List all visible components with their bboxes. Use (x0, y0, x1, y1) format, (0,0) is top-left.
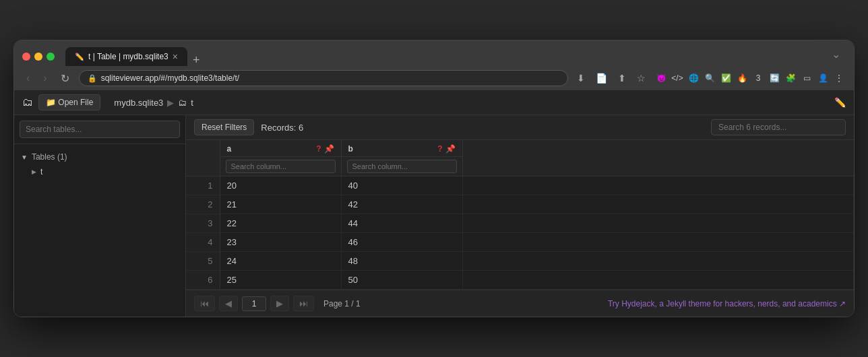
next-page-button[interactable]: ▶ (270, 296, 289, 311)
reset-filters-button[interactable]: Reset Filters (194, 119, 254, 135)
bookmark-icon[interactable]: ☆ (633, 71, 649, 86)
ext-icon-1[interactable]: 😈 (654, 71, 668, 85)
new-tab-button[interactable]: + (187, 54, 206, 66)
prev-page-button[interactable]: ◀ (219, 296, 238, 311)
page-icon[interactable]: 📄 (592, 71, 611, 86)
table-row: 5 24 48 (186, 252, 854, 271)
close-button[interactable] (22, 53, 30, 61)
column-header-b: b ? 📌 (341, 140, 462, 176)
col-pin-icon-b[interactable]: 📌 (445, 144, 456, 154)
col-type-icon-b[interactable]: ? (437, 144, 442, 154)
cell-a[interactable]: 21 (220, 195, 341, 214)
share-icon[interactable]: ⬆ (615, 71, 629, 86)
cell-a[interactable]: 22 (220, 214, 341, 233)
ext-icon-9[interactable]: 🧩 (784, 71, 797, 85)
cell-b[interactable]: 46 (341, 233, 462, 252)
edit-icon-button[interactable]: ✏️ (834, 97, 846, 108)
cell-empty (462, 176, 854, 195)
back-button[interactable]: ‹ (22, 71, 34, 86)
ext-icon-12[interactable]: ⋮ (832, 71, 846, 85)
ext-icon-10[interactable]: ▭ (800, 71, 813, 85)
table-body: 1 20 40 2 21 42 3 22 44 4 23 46 5 24 48 … (186, 176, 854, 290)
active-tab[interactable]: ✏️ t | Table | mydb.sqlite3 × (65, 47, 187, 66)
ext-icon-7[interactable]: 3 (751, 71, 765, 85)
sidebar: ▼ Tables (1) ▶ t (14, 115, 186, 317)
sidebar-item-t[interactable]: ▶ t (14, 164, 185, 179)
records-count: Records: 6 (261, 123, 303, 133)
tabs-bar: ✏️ t | Table | mydb.sqlite3 × + (65, 47, 821, 66)
page-number-input[interactable] (242, 296, 266, 311)
breadcrumb-db: mydb.sqlite3 (114, 98, 163, 108)
tab-icon: ✏️ (75, 53, 84, 61)
title-bar: ✏️ t | Table | mydb.sqlite3 × + ⌄ (14, 40, 854, 66)
cell-empty (462, 271, 854, 290)
db-icon: 🗂 (22, 96, 33, 108)
ext-icon-2[interactable]: </> (671, 71, 684, 85)
minimize-button[interactable] (34, 53, 42, 61)
tables-header[interactable]: ▼ Tables (1) (14, 150, 185, 164)
col-search-input-a[interactable] (226, 160, 336, 173)
cell-b[interactable]: 40 (341, 176, 462, 195)
address-bar[interactable]: 🔒 sqliteviewer.app/#/mydb.sqlite3/table/… (79, 70, 568, 86)
ext-icon-4[interactable]: 🔍 (703, 71, 716, 85)
table-row: 2 21 42 (186, 195, 854, 214)
table-toolbar: Reset Filters Records: 6 (186, 115, 854, 140)
row-number: 2 (186, 195, 220, 214)
col-search-input-b[interactable] (347, 160, 457, 173)
col-pin-icon-a[interactable]: 📌 (324, 144, 334, 154)
browser-menu-icon[interactable]: ⌄ (826, 48, 846, 66)
app-area: 🗂 📁 Open File mydb.sqlite3 ▶ 🗂 t ✏️ ▼ (14, 90, 854, 317)
main-content: Reset Filters Records: 6 (186, 115, 854, 317)
col-type-icon-a[interactable]: ? (316, 144, 321, 154)
cell-empty (462, 233, 854, 252)
cell-b[interactable]: 44 (341, 214, 462, 233)
col-actions-b: ? 📌 (437, 144, 455, 154)
cell-a[interactable]: 23 (220, 233, 341, 252)
breadcrumb: mydb.sqlite3 ▶ 🗂 t (114, 98, 193, 108)
ext-icon-3[interactable]: 🌐 (687, 71, 700, 85)
ext-icon-8[interactable]: 🔄 (768, 71, 781, 85)
pagination: ⏮ ◀ ▶ ⏭ Page 1 / 1 Try Hydejack, a Jekyl… (186, 290, 854, 317)
cell-empty (462, 252, 854, 271)
ext-icon-11[interactable]: 👤 (816, 71, 830, 85)
forward-button[interactable]: › (39, 71, 51, 86)
cell-a[interactable]: 25 (220, 271, 341, 290)
lock-icon: 🔒 (88, 74, 97, 83)
address-text: sqliteviewer.app/#/mydb.sqlite3/table/t/ (101, 73, 559, 83)
hydejack-link[interactable]: Try Hydejack, a Jekyll theme for hackers… (608, 299, 846, 309)
app-header: 🗂 📁 Open File mydb.sqlite3 ▶ 🗂 t ✏️ (14, 90, 854, 115)
col-search-b (342, 157, 462, 176)
content-area: ▼ Tables (1) ▶ t Reset Filters Records: … (14, 115, 854, 317)
last-page-button[interactable]: ⏭ (293, 296, 314, 311)
search-tables-input[interactable] (20, 121, 180, 138)
extension-icons: 😈 </> 🌐 🔍 ✅ 🔥 3 🔄 🧩 ▭ 👤 ⋮ (654, 71, 846, 85)
row-number: 5 (186, 252, 220, 271)
col-name-b: b (348, 144, 353, 154)
cell-a[interactable]: 24 (220, 252, 341, 271)
data-table-container: a ? 📌 (186, 140, 854, 290)
cell-a[interactable]: 20 (220, 176, 341, 195)
row-number: 1 (186, 176, 220, 195)
table-row: 4 23 46 (186, 233, 854, 252)
table-row: 1 20 40 (186, 176, 854, 195)
cell-b[interactable]: 42 (341, 195, 462, 214)
open-file-button[interactable]: 📁 Open File (38, 94, 100, 110)
first-page-button[interactable]: ⏮ (194, 296, 215, 311)
navigation-toolbar: ‹ › ↻ 🔒 sqliteviewer.app/#/mydb.sqlite3/… (14, 66, 854, 90)
search-records-input[interactable] (711, 119, 846, 135)
cell-b[interactable]: 48 (341, 252, 462, 271)
sidebar-search-area (14, 115, 185, 144)
ext-icon-6[interactable]: 🔥 (735, 71, 749, 85)
download-icon[interactable]: ⬇ (574, 71, 588, 86)
cell-b[interactable]: 50 (341, 271, 462, 290)
col-actions-a: ? 📌 (316, 144, 334, 154)
tables-section: ▼ Tables (1) ▶ t (14, 144, 185, 185)
refresh-button[interactable]: ↻ (57, 71, 73, 86)
cell-empty (462, 195, 854, 214)
maximize-button[interactable] (46, 53, 55, 61)
tab-close-button[interactable]: × (173, 51, 178, 62)
ext-icon-5[interactable]: ✅ (719, 71, 733, 85)
chevron-down-icon: ▼ (21, 154, 28, 161)
triangle-icon: ▶ (32, 168, 36, 175)
traffic-lights (22, 53, 55, 61)
